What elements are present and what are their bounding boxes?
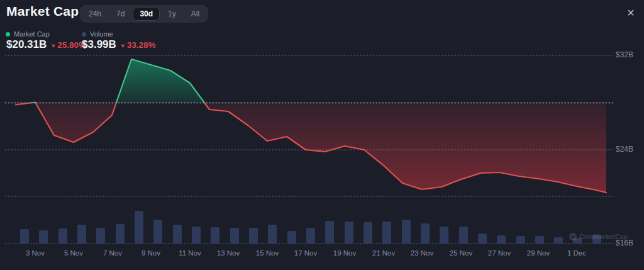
volume-bar	[77, 225, 86, 244]
volume-bar	[58, 228, 67, 244]
volume-bar	[345, 222, 353, 244]
x-axis-label: 27 Nov	[480, 249, 518, 257]
volume-bars	[20, 211, 601, 244]
x-axis-label: 17 Nov	[287, 249, 325, 257]
volume-bar	[96, 228, 105, 244]
volume-bar	[135, 211, 143, 244]
y-axis-label: $16B	[616, 239, 633, 247]
market-cap-chart-panel: Market Cap 24h 7d 30d 1y All ✕ Market Ca…	[0, 0, 644, 270]
series-fills	[16, 59, 606, 193]
x-axis-label: 11 Nov	[171, 249, 209, 257]
volume-bar	[306, 228, 315, 244]
volume-bar	[153, 220, 162, 244]
y-axis-label: $24B	[616, 145, 633, 154]
volume-bar	[421, 223, 430, 244]
volume-bar	[592, 235, 601, 244]
volume-bar	[364, 222, 372, 244]
volume-bar	[402, 220, 411, 244]
x-axis-label: 21 Nov	[365, 249, 402, 257]
volume-bar	[497, 235, 506, 244]
x-axis-label: 15 Nov	[248, 249, 286, 257]
market-cap-area-down	[16, 59, 606, 193]
volume-bar	[478, 233, 487, 244]
volume-bar	[287, 231, 296, 244]
volume-bar	[211, 227, 219, 244]
volume-bar	[459, 227, 468, 244]
volume-bar	[173, 225, 182, 244]
chart-canvas[interactable]	[0, 0, 644, 270]
volume-bar	[39, 230, 48, 244]
volume-bar	[325, 221, 334, 244]
volume-bar	[230, 228, 239, 244]
volume-bar	[382, 222, 391, 244]
x-axis-label: 7 Nov	[94, 249, 131, 257]
volume-bar	[116, 224, 125, 244]
x-axis-label: 9 Nov	[132, 249, 170, 257]
x-axis-label: 25 Nov	[442, 249, 480, 257]
volume-bar	[440, 227, 448, 244]
volume-bar	[249, 228, 258, 244]
x-axis-label: 13 Nov	[209, 249, 247, 257]
x-axis-label: 19 Nov	[326, 249, 364, 257]
x-axis-label: 29 Nov	[519, 249, 557, 257]
x-axis-label: 5 Nov	[55, 249, 92, 257]
x-axis-label: 1 Dec	[558, 249, 596, 257]
x-axis-label: 23 Nov	[403, 249, 441, 257]
y-axis-label: $32B	[616, 50, 633, 59]
volume-bar	[20, 229, 29, 244]
volume-bar	[192, 227, 201, 244]
volume-bar	[535, 236, 544, 244]
volume-bar	[268, 225, 277, 244]
volume-bar	[516, 236, 525, 244]
volume-bar	[554, 237, 563, 244]
x-axis-label: 3 Nov	[16, 249, 54, 257]
volume-bar	[573, 238, 582, 244]
